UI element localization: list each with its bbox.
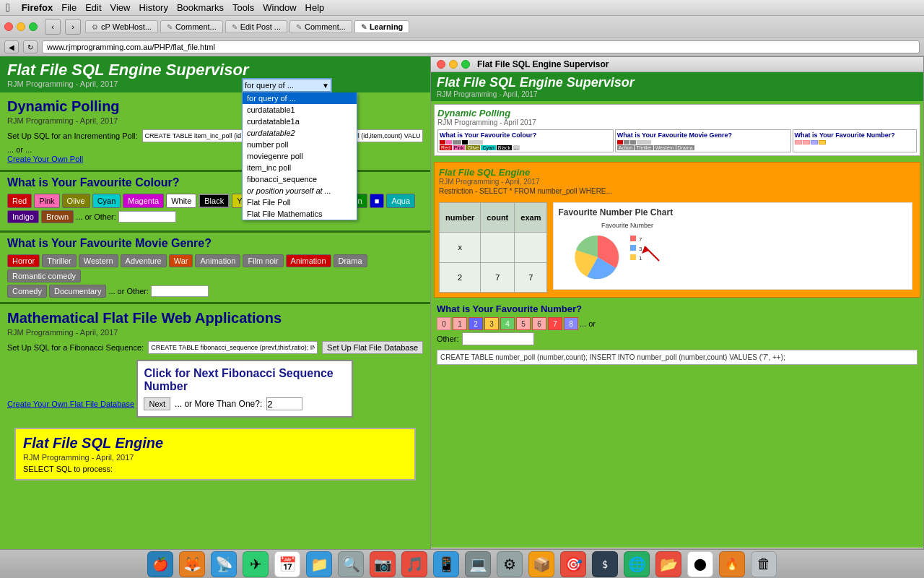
menu-firefox[interactable]: Firefox <box>22 2 53 13</box>
address-bar[interactable] <box>42 40 920 53</box>
num-btn-3[interactable]: 3 <box>484 317 499 330</box>
menu-view[interactable]: View <box>110 2 131 13</box>
dock-web[interactable]: 🌐 <box>624 551 650 577</box>
colour-pink[interactable]: Pink <box>34 194 59 208</box>
refresh-button[interactable]: ↻ <box>23 40 38 53</box>
dropdown-item-curdata2[interactable]: curdatatable2 <box>243 127 357 139</box>
genre-film-noir[interactable]: Film noir <box>243 254 283 267</box>
dock-package[interactable]: 📦 <box>528 551 554 577</box>
dropdown-item-item-inc[interactable]: item_inc poll <box>243 162 357 173</box>
menu-history[interactable]: History <box>139 2 168 13</box>
overlay-close[interactable] <box>437 60 445 69</box>
setup-flatfile-button[interactable]: Set Up Flat File Database <box>322 341 423 354</box>
colour-blue[interactable]: ■ <box>370 194 385 208</box>
tab-cpwebhost[interactable]: ⚙ cP WebHost... <box>85 20 158 33</box>
math-sql-input[interactable] <box>148 341 318 354</box>
genre-horror[interactable]: Horror <box>7 254 40 267</box>
dropdown-item-for-query[interactable]: for query of ... <box>243 92 357 104</box>
dock-finder[interactable]: 🍎 <box>147 551 173 577</box>
dock-terminal[interactable]: $ <box>592 551 618 577</box>
dock-calendar[interactable]: 📅 <box>274 551 300 577</box>
num-btn-5[interactable]: 5 <box>516 317 531 330</box>
num-btn-6[interactable]: 6 <box>532 317 546 330</box>
dropdown-item-flatfile-math[interactable]: Flat File Mathematics <box>243 208 357 220</box>
dropdown-item-curdata1[interactable]: curdatatable1 <box>243 104 357 116</box>
genre-other-input[interactable] <box>151 285 209 297</box>
menu-help[interactable]: Help <box>305 2 325 13</box>
colour-indigo[interactable]: Indigo <box>7 210 39 223</box>
colour-olive[interactable]: Olive <box>62 194 90 208</box>
colour-other-input[interactable] <box>118 211 176 223</box>
colour-white[interactable]: White <box>166 194 196 208</box>
dropdown-item-flatfile-poll[interactable]: Flat File Poll <box>243 197 357 208</box>
dock-macbook[interactable]: 💻 <box>465 551 491 577</box>
colour-red[interactable]: Red <box>7 194 32 208</box>
dock-safari[interactable]: ✈ <box>243 551 269 577</box>
tab-editpost[interactable]: ✎ Edit Post ... <box>225 20 287 33</box>
colour-magenta[interactable]: Magenta <box>123 194 164 208</box>
dock-chrome[interactable]: ⬤ <box>687 551 713 577</box>
colour-black[interactable]: Black <box>199 194 230 208</box>
minimize-button[interactable] <box>17 22 25 31</box>
dock-music[interactable]: 🎵 <box>401 551 427 577</box>
create-poll-link[interactable]: Create Your Own Poll <box>7 155 83 163</box>
dock-appstore[interactable]: 📱 <box>433 551 459 577</box>
dropdown-item-curdata1a[interactable]: curdatatable1a <box>243 116 357 127</box>
menu-file[interactable]: File <box>61 2 77 13</box>
dock-firefox2[interactable]: 🔥 <box>719 551 745 577</box>
menu-tools[interactable]: Tools <box>232 2 254 13</box>
dock-target[interactable]: 🎯 <box>560 551 586 577</box>
dock-filezilla[interactable]: 📂 <box>655 551 681 577</box>
dropdown-list[interactable]: for query of ... curdatatable1 curdatata… <box>242 92 357 220</box>
menu-edit[interactable]: Edit <box>85 2 101 13</box>
genre-documentary[interactable]: Documentary <box>49 285 106 298</box>
genre-thriller[interactable]: Thriller <box>42 254 77 267</box>
dropdown-item-number-poll[interactable]: number poll <box>243 139 357 150</box>
forward-button[interactable]: › <box>65 19 81 35</box>
genre-comedy[interactable]: Comedy <box>7 285 47 298</box>
dropdown-item-fibonacci[interactable]: fibonacci_sequence <box>243 173 357 185</box>
num-btn-8[interactable]: 8 <box>564 317 578 330</box>
create-flatfile-link[interactable]: Create Your Own Flat File Database <box>7 400 134 408</box>
dropdown-chevron-icon[interactable]: ▼ <box>322 82 329 90</box>
num-btn-7[interactable]: 7 <box>548 317 562 330</box>
tab-learning[interactable]: ✎ Learning <box>354 20 409 33</box>
close-button[interactable] <box>4 22 13 31</box>
dock-settings[interactable]: ⚙ <box>497 551 523 577</box>
tab-comment1[interactable]: ✎ Comment... <box>160 20 223 33</box>
genre-war[interactable]: War <box>169 254 193 267</box>
colour-aqua[interactable]: Aqua <box>386 194 415 208</box>
number-other-input[interactable] <box>462 332 534 345</box>
dock-photos[interactable]: 📷 <box>370 551 396 577</box>
genre-action[interactable]: Animation <box>286 254 331 267</box>
genre-adventure[interactable]: Adventure <box>121 254 167 267</box>
back-button[interactable]: ‹ <box>45 19 61 35</box>
back-nav-button[interactable]: ◀ <box>4 40 19 53</box>
overlay-minimize[interactable] <box>449 60 458 69</box>
genre-drama[interactable]: Drama <box>334 254 367 267</box>
num-btn-4[interactable]: 4 <box>500 317 515 330</box>
apple-menu[interactable]:  <box>6 1 10 14</box>
dock-spotlight[interactable]: 🔍 <box>338 551 364 577</box>
genre-western[interactable]: Western <box>79 254 118 267</box>
overlay-maximize[interactable] <box>461 60 470 69</box>
fib-more-input[interactable] <box>266 397 302 410</box>
num-btn-0[interactable]: 0 <box>437 317 451 330</box>
dock-finder2[interactable]: 📁 <box>306 551 332 577</box>
genre-animation[interactable]: Animation <box>195 254 240 267</box>
fib-next-button[interactable]: Next <box>144 397 170 410</box>
dock-firefox[interactable]: 🦊 <box>179 551 205 577</box>
dropdown-item-position[interactable]: or position yourself at ... <box>243 185 357 197</box>
dock-trash[interactable]: 🗑 <box>751 551 777 577</box>
dropdown-header[interactable]: for query of ... ▼ <box>242 78 332 92</box>
menu-window[interactable]: Window <box>263 2 296 13</box>
colour-brown[interactable]: Brown <box>41 210 74 223</box>
colour-cyan[interactable]: Cyan <box>92 194 121 208</box>
maximize-button[interactable] <box>29 22 38 31</box>
tab-comment2[interactable]: ✎ Comment... <box>289 20 352 33</box>
num-btn-2[interactable]: 2 <box>468 317 483 330</box>
dock-network[interactable]: 📡 <box>211 551 237 577</box>
menu-bookmarks[interactable]: Bookmarks <box>177 2 224 13</box>
genre-romantic-comedy[interactable]: Romantic comedy <box>7 269 81 282</box>
num-btn-1[interactable]: 1 <box>453 317 467 330</box>
